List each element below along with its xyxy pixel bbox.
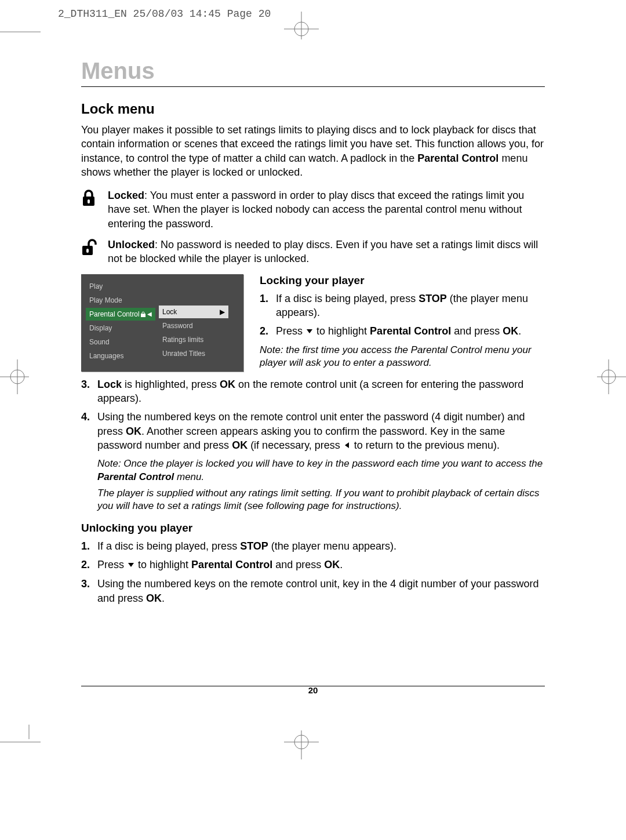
left-arrow-icon	[343, 439, 351, 453]
intro-paragraph: You player makes it possible to set rati…	[81, 123, 545, 179]
cropmark-left-icon	[0, 359, 35, 397]
cropmark-bottom-icon	[284, 725, 319, 762]
title-rule	[81, 86, 545, 87]
cropmark-top-left-icon	[0, 26, 58, 40]
section-heading: Lock menu	[81, 101, 545, 117]
svg-rect-16	[88, 199, 90, 203]
menu-item: Languages	[86, 350, 155, 362]
locking-heading: Locking your player	[260, 274, 545, 287]
note-first-time: Note: the first time you access the Pare…	[260, 344, 545, 369]
locked-padlock-icon	[81, 188, 99, 231]
cropmark-right-icon	[591, 359, 626, 397]
prepress-header: 2_DTH311_EN 25/08/03 14:45 Page 20	[58, 8, 271, 20]
unlock-step-1: 1. If a disc is being played, press STOP…	[81, 539, 545, 553]
step-4: 4. Using the numbered keys on the remote…	[81, 410, 545, 453]
page-number: 20	[0, 685, 626, 695]
locked-row: Locked: You must enter a password in ord…	[81, 188, 545, 231]
menu-screenshot: Play Play Mode Parental Control ◀ Displa…	[81, 274, 243, 373]
step-1: 1. If a disc is being played, press STOP…	[260, 292, 545, 320]
step-2: 2. Press to highlight Parental Control a…	[260, 324, 545, 339]
unlock-step-2: 2. Press to highlight Parental Control a…	[81, 558, 545, 572]
cropmark-bottom-left-icon	[0, 725, 58, 750]
page: 2_DTH311_EN 25/08/03 14:45 Page 20 Menus…	[0, 0, 626, 840]
locked-text: Locked: You must enter a password in ord…	[108, 188, 545, 231]
unlocked-text: Unlocked: No password is needed to play …	[108, 238, 545, 266]
content-area: Menus Lock menu You player makes it poss…	[81, 58, 545, 610]
menu-item: Display	[86, 322, 155, 334]
submenu-item: Password	[159, 319, 228, 332]
note-locked: Note: Once the player is locked you will…	[97, 457, 545, 483]
menu-item-selected: Parental Control ◀	[86, 308, 155, 321]
svg-rect-19	[141, 314, 145, 317]
menu-item: Sound	[86, 336, 155, 348]
down-arrow-icon	[305, 325, 314, 339]
cropmark-top-icon	[284, 12, 319, 49]
submenu-item-selected: Lock▶	[159, 306, 228, 318]
menu-item: Play Mode	[86, 294, 155, 307]
svg-marker-20	[307, 329, 312, 333]
unlocked-row: Unlocked: No password is needed to play …	[81, 238, 545, 266]
svg-marker-21	[345, 442, 349, 448]
unlock-step-3: 3. Using the numbered keys on the remote…	[81, 577, 545, 605]
unlocked-padlock-icon	[81, 238, 99, 266]
svg-marker-22	[128, 563, 134, 567]
down-arrow-icon	[127, 558, 135, 572]
submenu-item: Unrated Titles	[159, 347, 228, 360]
unlocking-heading: Unlocking you player	[81, 522, 545, 534]
svg-rect-18	[86, 249, 89, 253]
step-3: 3. Lock is highlighted, press OK on the …	[81, 377, 545, 406]
submenu-item: Ratings limits	[159, 333, 228, 346]
menu-item: Play	[86, 280, 155, 293]
lock-mini-icon	[140, 311, 146, 317]
note-no-rating: The player is supplied without any ratin…	[97, 487, 545, 512]
page-title: Menus	[81, 58, 545, 84]
